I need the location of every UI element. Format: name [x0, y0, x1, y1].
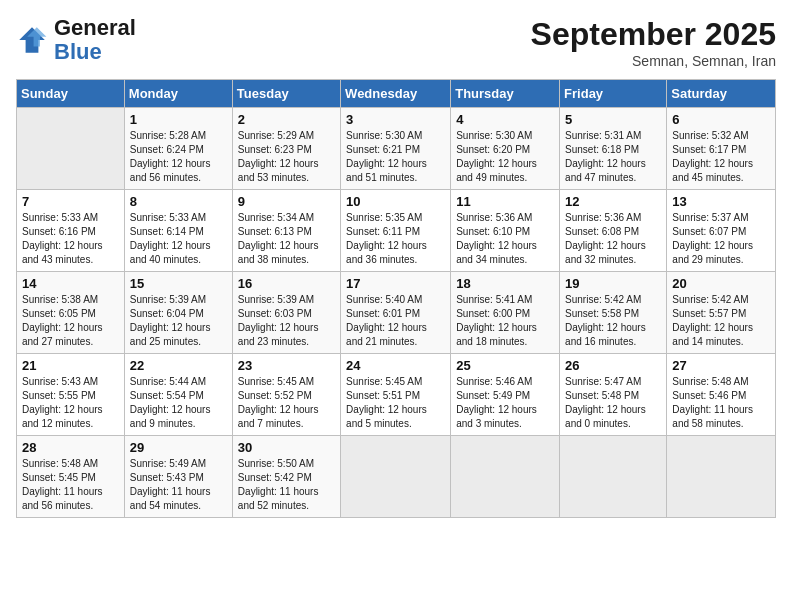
cell-sun-info: Sunrise: 5:50 AM Sunset: 5:42 PM Dayligh… [238, 457, 335, 513]
calendar-cell: 26Sunrise: 5:47 AM Sunset: 5:48 PM Dayli… [560, 354, 667, 436]
day-number: 18 [456, 276, 554, 291]
cell-sun-info: Sunrise: 5:40 AM Sunset: 6:01 PM Dayligh… [346, 293, 445, 349]
calendar-cell: 24Sunrise: 5:45 AM Sunset: 5:51 PM Dayli… [341, 354, 451, 436]
day-number: 8 [130, 194, 227, 209]
calendar-cell: 18Sunrise: 5:41 AM Sunset: 6:00 PM Dayli… [451, 272, 560, 354]
cell-sun-info: Sunrise: 5:35 AM Sunset: 6:11 PM Dayligh… [346, 211, 445, 267]
day-number: 11 [456, 194, 554, 209]
cell-sun-info: Sunrise: 5:30 AM Sunset: 6:20 PM Dayligh… [456, 129, 554, 185]
calendar-cell: 1Sunrise: 5:28 AM Sunset: 6:24 PM Daylig… [124, 108, 232, 190]
cell-sun-info: Sunrise: 5:39 AM Sunset: 6:03 PM Dayligh… [238, 293, 335, 349]
logo: General Blue [16, 16, 136, 64]
weekday-header-wednesday: Wednesday [341, 80, 451, 108]
calendar-week-row: 28Sunrise: 5:48 AM Sunset: 5:45 PM Dayli… [17, 436, 776, 518]
calendar-cell: 13Sunrise: 5:37 AM Sunset: 6:07 PM Dayli… [667, 190, 776, 272]
day-number: 17 [346, 276, 445, 291]
cell-sun-info: Sunrise: 5:43 AM Sunset: 5:55 PM Dayligh… [22, 375, 119, 431]
calendar-cell: 30Sunrise: 5:50 AM Sunset: 5:42 PM Dayli… [232, 436, 340, 518]
calendar-cell: 3Sunrise: 5:30 AM Sunset: 6:21 PM Daylig… [341, 108, 451, 190]
day-number: 25 [456, 358, 554, 373]
calendar-cell: 23Sunrise: 5:45 AM Sunset: 5:52 PM Dayli… [232, 354, 340, 436]
day-number: 29 [130, 440, 227, 455]
weekday-header-sunday: Sunday [17, 80, 125, 108]
day-number: 12 [565, 194, 661, 209]
cell-sun-info: Sunrise: 5:38 AM Sunset: 6:05 PM Dayligh… [22, 293, 119, 349]
calendar-cell: 12Sunrise: 5:36 AM Sunset: 6:08 PM Dayli… [560, 190, 667, 272]
calendar-cell: 14Sunrise: 5:38 AM Sunset: 6:05 PM Dayli… [17, 272, 125, 354]
day-number: 19 [565, 276, 661, 291]
cell-sun-info: Sunrise: 5:37 AM Sunset: 6:07 PM Dayligh… [672, 211, 770, 267]
calendar-cell: 6Sunrise: 5:32 AM Sunset: 6:17 PM Daylig… [667, 108, 776, 190]
weekday-header-tuesday: Tuesday [232, 80, 340, 108]
page-header: General Blue September 2025 Semnan, Semn… [16, 16, 776, 69]
weekday-header-thursday: Thursday [451, 80, 560, 108]
cell-sun-info: Sunrise: 5:36 AM Sunset: 6:08 PM Dayligh… [565, 211, 661, 267]
month-title: September 2025 [531, 16, 776, 53]
calendar-cell: 17Sunrise: 5:40 AM Sunset: 6:01 PM Dayli… [341, 272, 451, 354]
day-number: 3 [346, 112, 445, 127]
calendar-cell: 16Sunrise: 5:39 AM Sunset: 6:03 PM Dayli… [232, 272, 340, 354]
cell-sun-info: Sunrise: 5:49 AM Sunset: 5:43 PM Dayligh… [130, 457, 227, 513]
calendar-cell: 5Sunrise: 5:31 AM Sunset: 6:18 PM Daylig… [560, 108, 667, 190]
cell-sun-info: Sunrise: 5:45 AM Sunset: 5:52 PM Dayligh… [238, 375, 335, 431]
day-number: 1 [130, 112, 227, 127]
cell-sun-info: Sunrise: 5:36 AM Sunset: 6:10 PM Dayligh… [456, 211, 554, 267]
calendar-table: SundayMondayTuesdayWednesdayThursdayFrid… [16, 79, 776, 518]
svg-marker-0 [19, 27, 45, 53]
day-number: 21 [22, 358, 119, 373]
day-number: 7 [22, 194, 119, 209]
day-number: 5 [565, 112, 661, 127]
day-number: 4 [456, 112, 554, 127]
cell-sun-info: Sunrise: 5:39 AM Sunset: 6:04 PM Dayligh… [130, 293, 227, 349]
calendar-cell: 2Sunrise: 5:29 AM Sunset: 6:23 PM Daylig… [232, 108, 340, 190]
day-number: 16 [238, 276, 335, 291]
cell-sun-info: Sunrise: 5:46 AM Sunset: 5:49 PM Dayligh… [456, 375, 554, 431]
cell-sun-info: Sunrise: 5:29 AM Sunset: 6:23 PM Dayligh… [238, 129, 335, 185]
weekday-header-saturday: Saturday [667, 80, 776, 108]
cell-sun-info: Sunrise: 5:45 AM Sunset: 5:51 PM Dayligh… [346, 375, 445, 431]
title-block: September 2025 Semnan, Semnan, Iran [531, 16, 776, 69]
cell-sun-info: Sunrise: 5:33 AM Sunset: 6:16 PM Dayligh… [22, 211, 119, 267]
weekday-header-friday: Friday [560, 80, 667, 108]
cell-sun-info: Sunrise: 5:28 AM Sunset: 6:24 PM Dayligh… [130, 129, 227, 185]
cell-sun-info: Sunrise: 5:31 AM Sunset: 6:18 PM Dayligh… [565, 129, 661, 185]
calendar-cell: 20Sunrise: 5:42 AM Sunset: 5:57 PM Dayli… [667, 272, 776, 354]
calendar-cell: 4Sunrise: 5:30 AM Sunset: 6:20 PM Daylig… [451, 108, 560, 190]
day-number: 27 [672, 358, 770, 373]
logo-text: General Blue [54, 16, 136, 64]
cell-sun-info: Sunrise: 5:48 AM Sunset: 5:45 PM Dayligh… [22, 457, 119, 513]
cell-sun-info: Sunrise: 5:48 AM Sunset: 5:46 PM Dayligh… [672, 375, 770, 431]
day-number: 22 [130, 358, 227, 373]
day-number: 9 [238, 194, 335, 209]
day-number: 20 [672, 276, 770, 291]
cell-sun-info: Sunrise: 5:33 AM Sunset: 6:14 PM Dayligh… [130, 211, 227, 267]
calendar-cell [667, 436, 776, 518]
weekday-header-row: SundayMondayTuesdayWednesdayThursdayFrid… [17, 80, 776, 108]
calendar-week-row: 21Sunrise: 5:43 AM Sunset: 5:55 PM Dayli… [17, 354, 776, 436]
day-number: 24 [346, 358, 445, 373]
calendar-cell: 10Sunrise: 5:35 AM Sunset: 6:11 PM Dayli… [341, 190, 451, 272]
cell-sun-info: Sunrise: 5:30 AM Sunset: 6:21 PM Dayligh… [346, 129, 445, 185]
day-number: 15 [130, 276, 227, 291]
day-number: 6 [672, 112, 770, 127]
calendar-cell [17, 108, 125, 190]
day-number: 26 [565, 358, 661, 373]
location-subtitle: Semnan, Semnan, Iran [531, 53, 776, 69]
weekday-header-monday: Monday [124, 80, 232, 108]
logo-line2: Blue [54, 40, 136, 64]
cell-sun-info: Sunrise: 5:47 AM Sunset: 5:48 PM Dayligh… [565, 375, 661, 431]
calendar-cell: 22Sunrise: 5:44 AM Sunset: 5:54 PM Dayli… [124, 354, 232, 436]
calendar-cell [341, 436, 451, 518]
cell-sun-info: Sunrise: 5:42 AM Sunset: 5:57 PM Dayligh… [672, 293, 770, 349]
day-number: 2 [238, 112, 335, 127]
calendar-cell: 29Sunrise: 5:49 AM Sunset: 5:43 PM Dayli… [124, 436, 232, 518]
calendar-cell: 11Sunrise: 5:36 AM Sunset: 6:10 PM Dayli… [451, 190, 560, 272]
day-number: 10 [346, 194, 445, 209]
logo-icon [16, 24, 48, 56]
day-number: 23 [238, 358, 335, 373]
calendar-week-row: 1Sunrise: 5:28 AM Sunset: 6:24 PM Daylig… [17, 108, 776, 190]
calendar-cell: 8Sunrise: 5:33 AM Sunset: 6:14 PM Daylig… [124, 190, 232, 272]
calendar-cell [451, 436, 560, 518]
calendar-cell: 19Sunrise: 5:42 AM Sunset: 5:58 PM Dayli… [560, 272, 667, 354]
calendar-cell: 7Sunrise: 5:33 AM Sunset: 6:16 PM Daylig… [17, 190, 125, 272]
